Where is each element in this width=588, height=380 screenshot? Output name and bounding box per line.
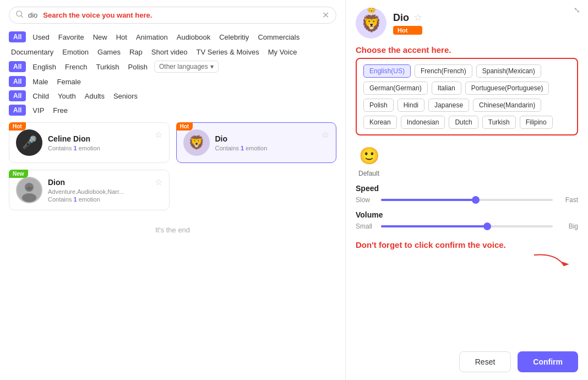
filter-tag-hot[interactable]: Hot xyxy=(114,32,129,42)
card-tags: Adventure,Audiobook,Narr... xyxy=(48,188,136,195)
filter-tag-vip[interactable]: VIP xyxy=(30,105,46,116)
accent-chip-dutch[interactable]: Dutch xyxy=(449,116,478,129)
filter-tag-games[interactable]: Games xyxy=(95,47,123,57)
confirm-button[interactable]: Confirm xyxy=(518,351,578,372)
card-info: Celine Dion Contains 1 emotion xyxy=(48,134,149,151)
filter-tag-favorite[interactable]: Favorite xyxy=(56,32,86,42)
svg-line-1 xyxy=(21,15,23,17)
filter-tag-rap[interactable]: Rap xyxy=(127,47,145,57)
other-languages-dropdown[interactable]: Other languages ▾ xyxy=(154,61,219,73)
avatar: 🎤 xyxy=(16,129,42,156)
voice-avatar: 👑 🦁 xyxy=(356,8,386,39)
card-info: Dion Adventure,Audiobook,Narr... Contain… xyxy=(48,178,149,203)
filter-tag-emotion[interactable]: Emotion xyxy=(60,47,91,57)
card-name: Dion xyxy=(48,178,149,187)
emotion-default[interactable]: 🙂 Default xyxy=(356,142,382,177)
category-all-button[interactable]: All xyxy=(9,31,26,42)
volume-section: Volume Small Big xyxy=(356,210,578,230)
accent-chip-french[interactable]: French(French) xyxy=(415,64,472,78)
voice-name-row: Dio ☆ xyxy=(393,12,422,24)
filter-tag-free[interactable]: Free xyxy=(51,105,70,116)
favorite-icon[interactable]: ☆ xyxy=(155,129,162,140)
filter-tag-short-video[interactable]: Short video xyxy=(149,47,190,57)
search-clear-button[interactable]: ✕ xyxy=(322,11,329,20)
card-emotion: Contains 1 emotion xyxy=(215,145,317,151)
new-badge: New xyxy=(9,170,28,178)
favorite-icon[interactable]: ☆ xyxy=(322,129,329,140)
age-all-button[interactable]: All xyxy=(9,90,26,101)
filter-tag-my-voice[interactable]: My Voice xyxy=(266,47,300,57)
filter-tag-adults[interactable]: Adults xyxy=(83,91,107,101)
filter-tag-commercials[interactable]: Commercials xyxy=(255,32,302,42)
filter-tag-female[interactable]: Female xyxy=(55,77,83,87)
accent-chip-turkish[interactable]: Turkish xyxy=(482,116,516,129)
filter-tag-used[interactable]: Used xyxy=(30,32,51,42)
accent-chip-portuguese[interactable]: Portuguese(Portuguese) xyxy=(465,82,549,95)
voice-name-wrap: Dio ☆ Hot xyxy=(393,12,422,35)
search-bar: dio Search the voice you want here. ✕ xyxy=(9,7,336,24)
emotion-emoji: 🙂 xyxy=(356,142,382,169)
filter-tag-new[interactable]: New xyxy=(91,32,110,42)
accent-chip-italian[interactable]: Italian xyxy=(432,82,461,95)
gender-all-button[interactable]: All xyxy=(9,76,26,87)
filter-tag-male[interactable]: Male xyxy=(30,77,50,87)
accent-chip-filipino[interactable]: Filipino xyxy=(520,116,553,129)
filter-tag-tv-series[interactable]: TV Series & Moives xyxy=(194,47,262,57)
favorite-icon[interactable]: ☆ xyxy=(155,177,162,187)
filter-tag-english[interactable]: English xyxy=(30,62,58,72)
filter-tag-seniors[interactable]: Seniors xyxy=(111,91,140,101)
accent-chip-chinese[interactable]: Chinese(Mandarin) xyxy=(473,99,541,112)
accent-chip-japanese[interactable]: Japanese xyxy=(428,99,469,112)
emotion-section: 🙂 Default xyxy=(356,142,578,177)
filter-tag-audiobook[interactable]: Audiobook xyxy=(175,32,213,42)
language-all-button[interactable]: All xyxy=(9,61,26,72)
filter-tag-documentary[interactable]: Documentary xyxy=(9,47,56,57)
chevron-down-icon: ▾ xyxy=(210,63,214,70)
voice-card-celine-dion[interactable]: Hot 🎤 Celine Dion Contains 1 emotion ☆ xyxy=(9,122,170,163)
voice-star-icon[interactable]: ☆ xyxy=(413,12,422,24)
pricing-all-button[interactable]: All xyxy=(9,105,26,116)
svg-point-5 xyxy=(26,187,32,190)
filter-tag-child[interactable]: Child xyxy=(30,91,51,101)
voice-card-dion[interactable]: New Dion Adventure,Audiobook,Narr... Con… xyxy=(9,170,170,210)
volume-slider-track[interactable] xyxy=(381,225,553,227)
accent-chip-spanish[interactable]: Spanish(Mexican) xyxy=(476,64,541,78)
language-filter-row: All English French Turkish Polish Other … xyxy=(9,61,336,73)
voice-header: 👑 🦁 Dio ☆ Hot xyxy=(356,8,578,39)
search-value: dio xyxy=(28,11,37,19)
reset-button[interactable]: Reset xyxy=(459,351,511,372)
other-languages-label: Other languages xyxy=(159,63,208,70)
card-emotion: Contains 1 emotion xyxy=(48,196,149,203)
speed-slider-thumb[interactable] xyxy=(472,196,480,204)
volume-big-label: Big xyxy=(557,222,578,230)
filter-tag-turkish[interactable]: Turkish xyxy=(94,62,121,72)
left-panel: dio Search the voice you want here. ✕ Al… xyxy=(0,0,346,380)
voice-card-dio[interactable]: Hot 🦁 Dio Contains 1 emotion ☆ xyxy=(176,122,337,163)
accent-chip-hindi[interactable]: Hindi xyxy=(398,99,424,112)
filter-tag-french[interactable]: French xyxy=(63,62,89,72)
crown-icon: 👑 xyxy=(367,8,376,13)
avatar xyxy=(16,177,42,203)
filter-tag-youth[interactable]: Youth xyxy=(56,91,78,101)
filter-tag-polish[interactable]: Polish xyxy=(126,62,150,72)
speed-slow-label: Slow xyxy=(356,196,377,204)
hot-badge: Hot xyxy=(176,122,193,131)
volume-slider-thumb[interactable] xyxy=(483,222,491,230)
pricing-filter-row: All VIP Free xyxy=(9,105,336,116)
card-name: Celine Dion xyxy=(48,134,149,143)
speed-slider-track[interactable] xyxy=(381,199,553,201)
accent-chip-polish[interactable]: Polish xyxy=(363,99,394,112)
voice-title: Dio xyxy=(393,12,409,24)
volume-label: Volume xyxy=(356,210,578,219)
volume-slider-row: Small Big xyxy=(356,222,578,230)
arrow-icon xyxy=(529,251,573,270)
speed-slider-fill xyxy=(381,199,476,201)
minimize-icon[interactable]: ⤡ xyxy=(574,6,580,14)
accent-chip-indonesian[interactable]: Indonesian xyxy=(401,116,445,129)
accent-chip-english-us[interactable]: English(US) xyxy=(363,64,411,78)
filter-tag-celebritiy[interactable]: Celebritiy xyxy=(217,32,251,42)
accent-chip-german[interactable]: German(German) xyxy=(363,82,428,95)
accent-chip-korean[interactable]: Korean xyxy=(363,116,397,129)
card-emotion: Contains 1 emotion xyxy=(48,145,149,151)
filter-tag-animation[interactable]: Animation xyxy=(134,32,170,42)
